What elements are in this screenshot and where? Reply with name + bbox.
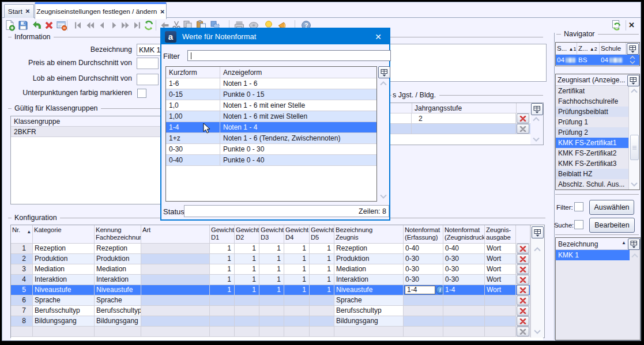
navigator-filter-checkbox[interactable] [574, 202, 583, 211]
tab-start[interactable]: Start✕ [4, 4, 34, 18]
new-document-icon[interactable] [4, 20, 16, 31]
konfiguration-cell[interactable]: 0-40 [443, 244, 485, 254]
konfiguration-cell[interactable] [516, 275, 530, 285]
go-last-icon[interactable] [131, 20, 143, 31]
school-scroll-down-icon[interactable] [628, 59, 637, 65]
konfiguration-cell[interactable]: 1 [210, 244, 235, 254]
konfiguration-cell[interactable] [141, 306, 210, 316]
jgst-scroll-down-icon[interactable] [532, 135, 541, 143]
dialog-grid-button[interactable] [378, 66, 390, 78]
konfiguration-cell[interactable] [404, 327, 443, 337]
konfiguration-column-header[interactable]: KennungFachbezeichnung [95, 225, 141, 244]
konfiguration-cell[interactable]: Produktion [33, 254, 95, 264]
konfiguration-cell[interactable]: 1 [235, 244, 259, 254]
delete-row-button[interactable] [517, 264, 529, 274]
dialog-row[interactable]: 0-30Punkte 0 - 30 [166, 144, 376, 155]
jgst-grid-button[interactable] [531, 103, 543, 115]
preis-input[interactable] [137, 58, 159, 69]
konfiguration-cell[interactable]: Berufsschultyp [95, 306, 141, 316]
jgst-scroll-up-icon[interactable] [532, 115, 541, 123]
zeugnisart-grid-button[interactable] [627, 75, 639, 86]
konfiguration-cell[interactable] [404, 316, 443, 327]
konfiguration-cell[interactable] [443, 327, 485, 337]
konfiguration-cell[interactable]: 0-30 [443, 275, 485, 285]
konfiguration-column-header[interactable]: Kategorie [33, 225, 95, 244]
konfiguration-cell[interactable]: 0-30 [404, 275, 443, 285]
konfiguration-cell[interactable] [95, 327, 141, 337]
konfiguration-cell[interactable]: 5 [11, 285, 33, 295]
close-view-icon[interactable]: ✕ [628, 21, 635, 29]
konfiguration-column-header[interactable] [516, 225, 530, 244]
dialog-row[interactable]: 1+zNoten 1 - 6 (Tendenz, Zwischennoten) [166, 133, 376, 144]
konfiguration-cell[interactable] [443, 295, 485, 306]
konfiguration-row[interactable]: 8BildungsgangBildungsgangBildungsgang [11, 316, 544, 327]
konfiguration-cell[interactable]: 3 [11, 264, 33, 275]
konfiguration-row[interactable] [11, 327, 544, 337]
konfiguration-cell[interactable] [516, 285, 530, 295]
konfiguration-cell[interactable] [33, 327, 95, 337]
konfiguration-cell[interactable] [141, 254, 210, 264]
konfiguration-cell[interactable] [141, 295, 210, 306]
konfiguration-cell[interactable]: 1 [310, 285, 334, 295]
konfiguration-cell[interactable] [404, 306, 443, 316]
refresh-data-icon[interactable] [611, 20, 622, 31]
konfiguration-cell[interactable] [485, 327, 516, 337]
konfiguration-column-header[interactable]: Zeugnis-ausgabe [485, 225, 516, 244]
save-icon[interactable] [17, 20, 29, 31]
lob-input[interactable] [137, 74, 159, 85]
konfiguration-cell[interactable]: 1 [284, 275, 310, 285]
zeugnisart-item[interactable]: Prüfung 1 [556, 117, 629, 127]
school-col1-header[interactable]: S... ▲1 [556, 43, 577, 54]
konfiguration-cell[interactable] [334, 327, 404, 337]
konfiguration-cell[interactable] [259, 316, 284, 327]
konfiguration-cell[interactable]: Sprache [95, 295, 141, 306]
konfiguration-column-header[interactable]: Art [141, 225, 210, 244]
zeugnisart-item[interactable]: KMK FS-Zertifikat2 [556, 148, 629, 158]
konfiguration-cell[interactable] [516, 327, 530, 337]
konfiguration-cell[interactable]: Wort [485, 285, 516, 295]
konfiguration-cell[interactable]: 2 [11, 254, 33, 264]
konfiguration-cell[interactable]: Produktion [95, 254, 141, 264]
konfiguration-cell[interactable]: 7 [11, 306, 33, 316]
konfiguration-cell[interactable]: Rezeption [334, 244, 404, 254]
konfiguration-cell[interactable] [235, 316, 259, 327]
konfiguration-cell[interactable] [210, 316, 235, 327]
konfiguration-cell[interactable] [259, 306, 284, 316]
navigator-suche-checkbox[interactable] [574, 220, 583, 229]
konfiguration-column-header[interactable]: GewichtD1 [210, 225, 235, 244]
konfiguration-column-header[interactable]: GewichtD4 [284, 225, 310, 244]
konfiguration-cell[interactable]: 0-30 [443, 254, 485, 264]
konfiguration-cell[interactable]: 8 [11, 316, 33, 327]
konfiguration-cell[interactable]: 1 [235, 285, 259, 295]
konfiguration-cell[interactable] [516, 244, 530, 254]
konfiguration-cell[interactable] [259, 295, 284, 306]
zeugnisart-item[interactable]: Zertifikat [556, 86, 629, 96]
delete-row-button[interactable] [517, 124, 529, 134]
delete-row-button[interactable] [517, 316, 529, 326]
konfiguration-cell[interactable]: Interaktion [95, 275, 141, 285]
konfiguration-cell[interactable]: 1 [11, 244, 33, 254]
konfiguration-scroll-up-icon[interactable] [533, 245, 542, 253]
konfiguration-scroll-down-icon[interactable] [533, 328, 542, 335]
konfiguration-cell[interactable] [516, 316, 530, 327]
konfiguration-cell[interactable]: Mediation [33, 264, 95, 275]
konfiguration-cell[interactable] [443, 306, 485, 316]
konfiguration-cell[interactable] [284, 316, 310, 327]
zeugnisart-item[interactable]: KMK FS-Zertifikat1 [556, 138, 629, 148]
konfiguration-cell[interactable] [141, 316, 210, 327]
konfiguration-cell[interactable] [310, 295, 334, 306]
konfiguration-column-header[interactable]: GewichtD2 [235, 225, 259, 244]
delete-row-button[interactable] [517, 285, 529, 295]
dialog-row[interactable]: 1,00Noten 1 - 6 mit zwei Stellen [166, 111, 376, 122]
konfiguration-cell[interactable] [516, 295, 530, 306]
dialog-row-selected[interactable]: 1-4Noten 1 - 4 [166, 122, 376, 133]
konfiguration-cell[interactable]: Wort [485, 275, 516, 285]
konfiguration-cell[interactable] [210, 306, 235, 316]
konfiguration-cell[interactable] [259, 327, 284, 337]
dialog-scroll-up-icon[interactable] [379, 79, 388, 87]
delete-row-button[interactable] [517, 327, 529, 336]
zeugnisart-item[interactable]: Abschlz. Schul. Aus... [556, 179, 629, 189]
konfiguration-row[interactable]: 1RezeptionRezeption11111Rezeption0-400-4… [11, 244, 544, 254]
konfiguration-cell[interactable]: 1 [259, 275, 284, 285]
kurzform-column-header[interactable]: Kurzform [166, 67, 220, 78]
